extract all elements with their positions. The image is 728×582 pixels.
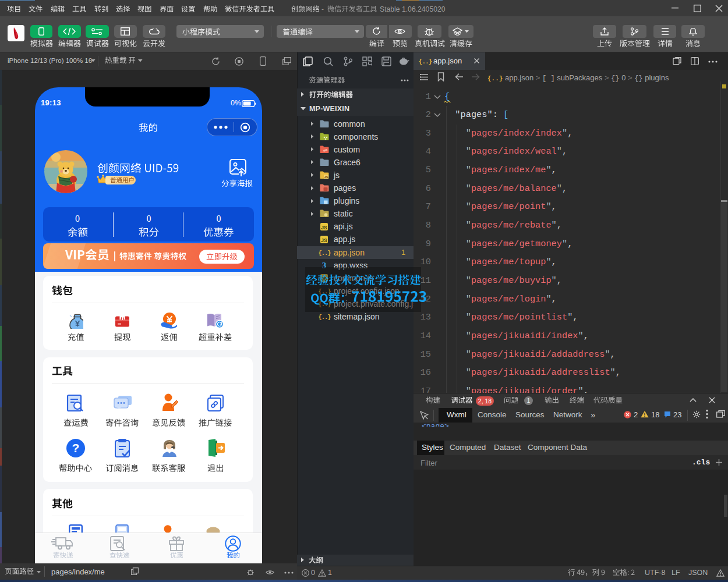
svg-text:JS: JS — [321, 237, 327, 243]
svg-text:{..}: {..} — [419, 58, 432, 65]
svg-text:{..}: {..} — [318, 314, 331, 321]
svg-text:?: ? — [72, 441, 80, 455]
svg-text:{..}: {..} — [318, 249, 331, 256]
svg-text:JS: JS — [321, 224, 327, 230]
svg-text:JS: JS — [324, 175, 328, 179]
